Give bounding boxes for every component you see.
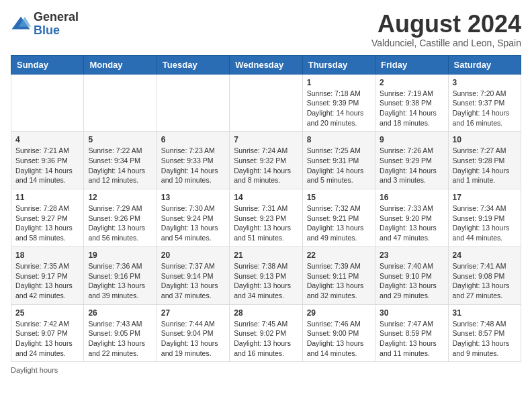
calendar-cell: 24Sunrise: 7:41 AM Sunset: 9:08 PM Dayli… [448,246,521,304]
day-info: Sunrise: 7:48 AM Sunset: 8:57 PM Dayligh… [453,319,517,359]
title-area: August 2024 Valdunciel, Castille and Leo… [371,11,521,48]
day-info: Sunrise: 7:18 AM Sunset: 9:39 PM Dayligh… [307,89,371,128]
day-header-sunday: Sunday [11,55,84,74]
calendar: SundayMondayTuesdayWednesdayThursdayFrid… [11,55,521,363]
calendar-cell: 4Sunrise: 7:21 AM Sunset: 9:36 PM Daylig… [11,132,84,189]
header: General Blue August 2024 Valdunciel, Cas… [11,11,521,48]
day-number: 10 [453,135,517,144]
calendar-cell: 30Sunrise: 7:47 AM Sunset: 8:59 PM Dayli… [375,304,448,362]
day-info: Sunrise: 7:25 AM Sunset: 9:31 PM Dayligh… [307,146,371,185]
week-row-1: 1Sunrise: 7:18 AM Sunset: 9:39 PM Daylig… [11,74,521,132]
day-number: 4 [15,135,79,144]
week-row-5: 25Sunrise: 7:42 AM Sunset: 9:07 PM Dayli… [11,304,521,362]
subtitle: Valdunciel, Castille and Leon, Spain [371,38,521,48]
day-number: 3 [453,78,517,87]
day-number: 24 [453,250,517,260]
day-number: 9 [380,135,443,144]
calendar-cell: 25Sunrise: 7:42 AM Sunset: 9:07 PM Dayli… [11,304,84,362]
day-info: Sunrise: 7:24 AM Sunset: 9:32 PM Dayligh… [234,146,298,185]
calendar-cell: 17Sunrise: 7:34 AM Sunset: 9:19 PM Dayli… [448,189,521,247]
day-info: Sunrise: 7:20 AM Sunset: 9:37 PM Dayligh… [453,89,517,128]
day-number: 29 [307,308,371,318]
calendar-cell: 23Sunrise: 7:40 AM Sunset: 9:10 PM Dayli… [375,246,448,304]
calendar-cell: 29Sunrise: 7:46 AM Sunset: 9:00 PM Dayli… [302,304,375,362]
calendar-cell: 28Sunrise: 7:45 AM Sunset: 9:02 PM Dayli… [230,304,302,362]
day-header-saturday: Saturday [448,55,521,74]
day-number: 16 [380,193,443,202]
day-number: 18 [15,250,79,260]
day-number: 11 [15,193,79,202]
calendar-cell: 20Sunrise: 7:37 AM Sunset: 9:14 PM Dayli… [157,246,229,304]
day-number: 19 [88,250,152,260]
day-number: 21 [234,250,298,260]
day-info: Sunrise: 7:19 AM Sunset: 9:38 PM Dayligh… [380,89,443,128]
day-number: 23 [380,250,443,260]
day-info: Sunrise: 7:41 AM Sunset: 9:08 PM Dayligh… [453,261,517,301]
calendar-cell: 7Sunrise: 7:24 AM Sunset: 9:32 PM Daylig… [230,132,302,189]
calendar-cell: 19Sunrise: 7:36 AM Sunset: 9:16 PM Dayli… [84,246,157,304]
logo-text: General Blue [34,11,79,38]
day-number: 6 [161,135,225,144]
day-info: Sunrise: 7:40 AM Sunset: 9:10 PM Dayligh… [380,261,443,301]
calendar-cell [157,74,229,132]
day-info: Sunrise: 7:46 AM Sunset: 9:00 PM Dayligh… [307,319,371,359]
calendar-cell [84,74,157,132]
day-info: Sunrise: 7:45 AM Sunset: 9:02 PM Dayligh… [234,319,298,359]
calendar-cell: 21Sunrise: 7:38 AM Sunset: 9:13 PM Dayli… [230,246,302,304]
day-info: Sunrise: 7:36 AM Sunset: 9:16 PM Dayligh… [88,261,152,301]
day-info: Sunrise: 7:26 AM Sunset: 9:29 PM Dayligh… [380,146,443,185]
logo-general: General [34,11,79,24]
week-row-4: 18Sunrise: 7:35 AM Sunset: 9:17 PM Dayli… [11,246,521,304]
day-number: 13 [161,193,225,202]
calendar-cell: 6Sunrise: 7:23 AM Sunset: 9:33 PM Daylig… [157,132,229,189]
day-number: 15 [307,193,371,202]
calendar-cell: 27Sunrise: 7:44 AM Sunset: 9:04 PM Dayli… [157,304,229,362]
calendar-cell: 22Sunrise: 7:39 AM Sunset: 9:11 PM Dayli… [302,246,375,304]
day-number: 8 [307,135,371,144]
day-info: Sunrise: 7:38 AM Sunset: 9:13 PM Dayligh… [234,261,298,301]
calendar-cell: 9Sunrise: 7:26 AM Sunset: 9:29 PM Daylig… [375,132,448,189]
day-info: Sunrise: 7:32 AM Sunset: 9:21 PM Dayligh… [307,203,371,243]
day-info: Sunrise: 7:30 AM Sunset: 9:24 PM Dayligh… [161,203,225,243]
day-number: 31 [453,308,517,318]
calendar-cell [230,74,302,132]
day-info: Sunrise: 7:28 AM Sunset: 9:27 PM Dayligh… [15,203,79,243]
logo: General Blue [11,11,79,38]
day-info: Sunrise: 7:33 AM Sunset: 9:20 PM Dayligh… [380,203,443,243]
calendar-header-row: SundayMondayTuesdayWednesdayThursdayFrid… [11,55,521,74]
calendar-cell: 13Sunrise: 7:30 AM Sunset: 9:24 PM Dayli… [157,189,229,247]
day-info: Sunrise: 7:37 AM Sunset: 9:14 PM Dayligh… [161,261,225,301]
day-info: Sunrise: 7:47 AM Sunset: 8:59 PM Dayligh… [380,319,443,359]
logo-icon [11,14,31,34]
main-title: August 2024 [371,11,521,38]
calendar-cell: 12Sunrise: 7:29 AM Sunset: 9:26 PM Dayli… [84,189,157,247]
calendar-cell: 1Sunrise: 7:18 AM Sunset: 9:39 PM Daylig… [302,74,375,132]
day-header-friday: Friday [375,55,448,74]
footer-note: Daylight hours [11,366,521,374]
week-row-3: 11Sunrise: 7:28 AM Sunset: 9:27 PM Dayli… [11,189,521,247]
day-number: 7 [234,135,298,144]
calendar-cell: 5Sunrise: 7:22 AM Sunset: 9:34 PM Daylig… [84,132,157,189]
calendar-cell: 8Sunrise: 7:25 AM Sunset: 9:31 PM Daylig… [302,132,375,189]
day-number: 5 [88,135,152,144]
day-info: Sunrise: 7:35 AM Sunset: 9:17 PM Dayligh… [15,261,79,301]
day-number: 14 [234,193,298,202]
day-info: Sunrise: 7:27 AM Sunset: 9:28 PM Dayligh… [453,146,517,185]
day-number: 26 [88,308,152,318]
day-info: Sunrise: 7:29 AM Sunset: 9:26 PM Dayligh… [88,203,152,243]
day-info: Sunrise: 7:44 AM Sunset: 9:04 PM Dayligh… [161,319,225,359]
day-info: Sunrise: 7:43 AM Sunset: 9:05 PM Dayligh… [88,319,152,359]
day-number: 22 [307,250,371,260]
day-number: 2 [380,78,443,87]
logo-blue: Blue [34,24,79,38]
day-info: Sunrise: 7:21 AM Sunset: 9:36 PM Dayligh… [15,146,79,185]
calendar-cell: 15Sunrise: 7:32 AM Sunset: 9:21 PM Dayli… [302,189,375,247]
calendar-cell: 2Sunrise: 7:19 AM Sunset: 9:38 PM Daylig… [375,74,448,132]
day-number: 28 [234,308,298,318]
day-number: 27 [161,308,225,318]
calendar-cell: 14Sunrise: 7:31 AM Sunset: 9:23 PM Dayli… [230,189,302,247]
day-info: Sunrise: 7:31 AM Sunset: 9:23 PM Dayligh… [234,203,298,243]
calendar-cell [11,74,84,132]
day-number: 25 [15,308,79,318]
day-number: 12 [88,193,152,202]
